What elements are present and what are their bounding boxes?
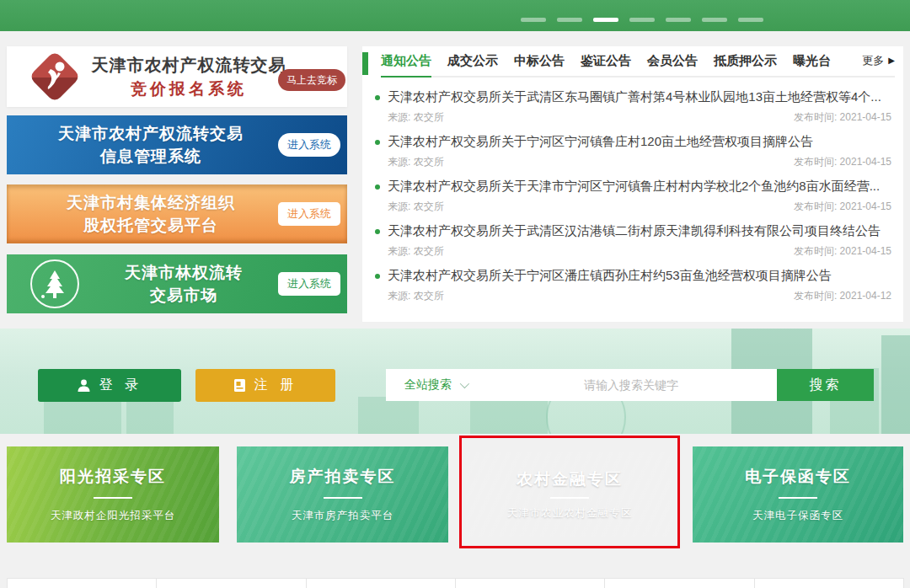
news-date: 发布时间: 2021-04-15 — [794, 155, 891, 169]
news-source: 来源: 农交所 — [388, 155, 444, 169]
banner-equity-custody-platform[interactable]: 天津市村集体经济组织 股权托管交易平台 进入系统 — [7, 184, 347, 243]
tab-certification[interactable]: 鉴证公告 — [581, 51, 631, 76]
footer-cell[interactable] — [156, 578, 306, 588]
carousel-dot-active[interactable] — [593, 18, 618, 22]
more-link[interactable]: 更多 ▶ — [862, 51, 895, 70]
tab-accent-bar — [362, 52, 368, 75]
zone-card-rural-finance[interactable]: 农村金融专区 天津市农业农村金融专区 — [466, 452, 673, 537]
more-arrow-icon: ▶ — [888, 51, 895, 70]
building-shape — [358, 397, 419, 434]
divider — [779, 497, 817, 499]
zone-card-e-guarantee[interactable]: 电子保函专区 天津电子保函专区 — [693, 446, 903, 543]
banner-text: 天津市林权流转 交易市场 — [81, 261, 286, 307]
banner-text: 天津市农村产权流转交易 信息管理系统 — [30, 122, 271, 168]
banner-text: 天津市村集体经济组织 股权托管交易平台 — [30, 191, 271, 237]
enter-system-button[interactable]: 进入系统 — [278, 272, 340, 296]
footer-cell[interactable] — [754, 578, 904, 588]
news-source: 来源: 农交所 — [388, 110, 444, 125]
carousel-dot[interactable] — [738, 18, 763, 22]
carousel-dot[interactable] — [702, 18, 727, 22]
carousel-dot[interactable] — [521, 18, 546, 22]
carousel-dot[interactable] — [666, 18, 691, 22]
tab-deal-publicity[interactable]: 成交公示 — [447, 51, 498, 76]
search-scope-select[interactable]: 全站搜索 — [386, 369, 485, 401]
tab-pledge[interactable]: 抵质押公示 — [714, 51, 777, 76]
chevron-down-icon — [460, 379, 469, 388]
user-icon — [77, 378, 91, 393]
carousel-dot[interactable] — [557, 18, 582, 22]
footer-cell[interactable] — [306, 578, 456, 588]
news-link[interactable]: 天津农村产权交易所关于宁河区宁河镇鲁庄村120亩土地经营权项目摘牌公告 — [374, 134, 893, 150]
register-button[interactable]: 注 册 — [195, 369, 335, 402]
search-input[interactable] — [485, 369, 777, 401]
brand-logo-icon — [30, 52, 79, 101]
news-link[interactable]: 天津农村产权交易所关于武清区汉沽港镇二街村原天津凯得利科技有限公司项目终结公告 — [374, 223, 893, 239]
tab-notice-announcements[interactable]: 通知公告 — [381, 51, 431, 78]
notice-tabs: 通知公告 成交公示 中标公告 鉴证公告 会员公告 抵质押公示 曝光台 更多 ▶ — [381, 51, 895, 78]
enter-system-button[interactable]: 进入系统 — [278, 133, 340, 157]
news-date: 发布时间: 2021-04-15 — [794, 244, 891, 259]
bid-card-subtitle: 竞价报名系统 — [88, 78, 290, 100]
divider — [324, 497, 362, 499]
news-source: 来源: 农交所 — [388, 289, 444, 303]
news-date: 发布时间: 2021-04-15 — [794, 110, 891, 125]
list-item: 天津农村产权交易所关于宁河区潘庄镇西孙庄村约53亩鱼池经营权项目摘牌公告 来源:… — [374, 268, 893, 303]
tab-winning-bid[interactable]: 中标公告 — [514, 51, 565, 76]
bullet-icon — [375, 274, 380, 279]
footer-cell[interactable] — [455, 578, 605, 588]
go-bid-button[interactable]: 马上去竞标 — [278, 69, 345, 91]
bullet-icon — [375, 229, 380, 234]
news-date: 发布时间: 2021-04-12 — [794, 289, 891, 303]
tab-exposure[interactable]: 曝光台 — [793, 51, 831, 76]
tree-icon — [30, 259, 79, 308]
tab-member[interactable]: 会员公告 — [647, 51, 698, 76]
list-item: 天津农村产权交易所关于武清区东马圈镇广善村第4号林业队园地13亩土地经营权等4个… — [374, 89, 893, 125]
notice-panel: 通知公告 成交公示 中标公告 鉴证公告 会员公告 抵质押公示 曝光台 更多 ▶ … — [362, 46, 903, 322]
footer-cell[interactable] — [604, 578, 754, 588]
zone-card-property-auction[interactable]: 房产拍卖专区 天津市房产拍卖平台 — [237, 446, 448, 543]
bullet-icon — [375, 140, 380, 145]
bid-system-card[interactable]: 天津市农村产权流转交易 竞价报名系统 马上去竞标 — [7, 46, 347, 107]
bullet-icon — [375, 95, 380, 100]
bid-card-title: 天津市农村产权流转交易 — [88, 54, 290, 77]
page: 天津市农村产权流转交易 竞价报名系统 马上去竞标 天津市农村产权流转交易 信息管… — [0, 0, 910, 588]
divider — [550, 497, 589, 499]
search-band: 登 录 注 册 全站搜索 搜索 — [0, 329, 910, 434]
search-button[interactable]: 搜索 — [777, 369, 874, 401]
login-button[interactable]: 登 录 — [38, 369, 181, 402]
banner-forest-rights-market[interactable]: 天津市林权流转 交易市场 进入系统 — [7, 254, 347, 313]
carousel-dot[interactable] — [629, 18, 655, 22]
news-link[interactable]: 天津农村产权交易所关于武清区东马圈镇广善村第4号林业队园地13亩土地经营权等4个… — [374, 89, 893, 105]
bullet-icon — [375, 184, 380, 190]
building-shape — [881, 335, 910, 434]
news-date: 发布时间: 2021-04-15 — [794, 200, 891, 214]
register-icon — [233, 378, 246, 393]
footer-row — [7, 578, 903, 588]
zone-card-sunshine-procurement[interactable]: 阳光招采专区 天津政村企阳光招采平台 — [7, 446, 219, 543]
banner-info-management-system[interactable]: 天津市农村产权流转交易 信息管理系统 进入系统 — [7, 115, 347, 174]
carousel-dots — [521, 18, 763, 22]
news-link[interactable]: 天津农村产权交易所关于天津市宁河区宁河镇鲁庄村村内学校北2个鱼池约8亩水面经营.… — [374, 179, 893, 195]
divider — [94, 497, 132, 499]
carousel-strip — [0, 0, 910, 31]
news-source: 来源: 农交所 — [388, 244, 444, 259]
list-item: 天津农村产权交易所关于宁河区宁河镇鲁庄村120亩土地经营权项目摘牌公告 来源: … — [374, 134, 893, 169]
footer-cell[interactable] — [7, 578, 157, 588]
news-source: 来源: 农交所 — [388, 200, 444, 214]
search-bar: 全站搜索 搜索 — [386, 369, 874, 401]
enter-system-button[interactable]: 进入系统 — [278, 202, 340, 226]
list-item: 天津农村产权交易所关于天津市宁河区宁河镇鲁庄村村内学校北2个鱼池约8亩水面经营.… — [374, 179, 893, 214]
news-list: 天津农村产权交易所关于武清区东马圈镇广善村第4号林业队园地13亩土地经营权等4个… — [374, 89, 893, 313]
news-link[interactable]: 天津农村产权交易所关于宁河区潘庄镇西孙庄村约53亩鱼池经营权项目摘牌公告 — [374, 268, 893, 284]
list-item: 天津农村产权交易所关于武清区汉沽港镇二街村原天津凯得利科技有限公司项目终结公告 … — [374, 223, 893, 259]
